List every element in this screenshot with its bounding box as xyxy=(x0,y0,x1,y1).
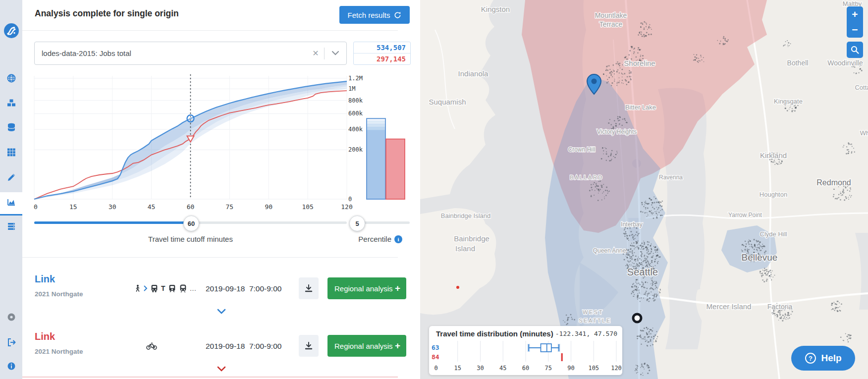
map-label: Mountlake xyxy=(595,11,627,19)
dist-x-tick: 45 xyxy=(499,365,506,372)
zoom-out-button[interactable]: − xyxy=(847,22,863,37)
x-tick-label: 45 xyxy=(148,203,156,211)
sidebar-item-globe[interactable] xyxy=(0,68,22,90)
map-label: Kingston xyxy=(481,5,510,13)
dist-x-tick: 75 xyxy=(545,365,552,372)
mode-chevron-icon xyxy=(144,285,148,291)
cutoff-value: 60 xyxy=(188,220,195,227)
map-label: BALLARD xyxy=(570,174,603,180)
y-tick-label: 0 xyxy=(348,196,352,203)
mode-bike-icon xyxy=(146,342,157,350)
header-divider xyxy=(22,30,398,31)
map-label: Woodinville xyxy=(827,59,863,67)
mode-ellipsis-icon: … xyxy=(190,284,197,292)
map-search-button[interactable] xyxy=(847,42,863,58)
total-bar xyxy=(386,139,405,199)
cutoff-slider-fill xyxy=(34,221,190,224)
section-divider xyxy=(22,257,398,258)
regional-analysis-label: Regional analysis xyxy=(334,284,393,293)
x-tick-label: 90 xyxy=(265,203,272,211)
map-label: WEST xyxy=(583,309,603,315)
svg-text:?: ? xyxy=(809,355,813,362)
map-label: Cotta xyxy=(855,84,868,91)
sidebar-item-sign-out[interactable] xyxy=(0,332,22,354)
chevron-down-icon[interactable] xyxy=(325,51,346,55)
map-label: Factoria xyxy=(767,303,793,311)
sidebar-item-info[interactable] xyxy=(0,356,22,378)
area-chart-icon xyxy=(6,197,16,209)
map-label: Redmond xyxy=(816,178,851,187)
x-tick-label: 0 xyxy=(34,203,38,211)
svg-text:i: i xyxy=(397,236,399,242)
fetch-results-label: Fetch results xyxy=(348,11,390,19)
question-icon: ? xyxy=(805,352,816,364)
map-label: Kirkland xyxy=(760,151,787,160)
link-1-title[interactable]: Link xyxy=(35,273,55,285)
destination-marker[interactable] xyxy=(633,314,641,322)
sidebar-item-database[interactable] xyxy=(0,117,22,139)
accessibility-chart: 01530456075901051201.2M1M800k600k400k200… xyxy=(22,64,420,228)
sidebar-item-conveyal-logo[interactable] xyxy=(0,21,22,43)
map-label: Kingsgate xyxy=(774,98,803,105)
regional-analysis-label: Regional analysis xyxy=(334,342,393,350)
map-label: Island xyxy=(455,244,475,253)
percentile-slider-label: Percentile xyxy=(327,235,391,243)
link-1-subtitle: 2021 Northgate xyxy=(35,290,83,298)
map-label: Terrace xyxy=(599,20,623,28)
total-comparison: 297,145 xyxy=(354,54,410,64)
plus-icon: + xyxy=(395,283,400,294)
y-tick-label: 400k xyxy=(348,126,363,133)
scenario-marker xyxy=(187,115,194,122)
link-2-regional-analysis-button[interactable]: Regional analysis + xyxy=(327,335,406,357)
sign-out-icon xyxy=(6,337,16,349)
dist-x-tick: 105 xyxy=(588,365,599,372)
total-scenario: 534,507 xyxy=(354,42,410,54)
mode-tram-icon xyxy=(168,284,176,293)
link-1-expand-chevron[interactable] xyxy=(217,307,226,316)
bar-band xyxy=(367,124,385,127)
mode-walk-icon xyxy=(134,284,141,293)
cursor-coordinates: -122.341, 47.570 xyxy=(555,330,617,337)
map[interactable]: MaltbyKingstonMountlakeTerraceBothellWoo… xyxy=(420,0,868,379)
sidebar-item-grid[interactable] xyxy=(0,142,22,164)
help-button[interactable]: ? Help xyxy=(791,346,855,371)
percentile-value: 5 xyxy=(355,220,359,227)
database-icon xyxy=(6,122,16,134)
mode-bus-icon xyxy=(150,284,159,293)
map-label: SEATTLE xyxy=(579,318,611,324)
link-2-title[interactable]: Link xyxy=(35,331,55,342)
link-2-date: 2019-09-18 7:00-9:00 xyxy=(206,342,281,351)
link-2-download-button[interactable] xyxy=(299,335,319,357)
link-2-subtitle: 2021 Northgate xyxy=(35,348,83,355)
map-label: Crown Hill xyxy=(568,146,596,153)
sidebar-item-server[interactable] xyxy=(0,217,22,238)
dist-x-tick: 30 xyxy=(477,365,484,372)
cutoff-slider-handle[interactable]: 60 xyxy=(183,216,199,231)
x-tick-label: 30 xyxy=(108,203,116,211)
destination-dataset-select[interactable]: lodes-data-2015: Jobs total ✕ xyxy=(34,42,347,65)
clear-selection-icon[interactable]: ✕ xyxy=(307,49,324,58)
download-icon xyxy=(304,341,313,350)
sidebar-item-pencil[interactable] xyxy=(0,167,22,189)
y-tick-label: 200k xyxy=(348,146,363,153)
link-1-download-button[interactable] xyxy=(299,277,319,299)
sidebar-item-disc[interactable] xyxy=(0,307,22,329)
link-1-mode-icons: T… xyxy=(134,283,197,293)
help-label: Help xyxy=(821,353,841,364)
map-label: Queen Anne xyxy=(593,247,626,254)
sidebar-item-area-chart[interactable] xyxy=(0,192,22,214)
x-tick-label: 105 xyxy=(302,203,313,211)
cutoff-slider-label: Travel time cutoff minutes xyxy=(34,235,347,243)
dist-x-tick: 15 xyxy=(454,365,461,372)
zoom-in-button[interactable]: + xyxy=(847,6,863,22)
fetch-results-button[interactable]: Fetch results xyxy=(339,6,410,24)
sidebar-active-indicator xyxy=(0,214,22,216)
link-1-regional-analysis-button[interactable]: Regional analysis + xyxy=(327,277,406,299)
total-bar xyxy=(367,118,385,199)
link-2-expand-chevron[interactable] xyxy=(217,365,226,374)
percentile-slider-handle[interactable]: 5 xyxy=(349,216,365,231)
sidebar-item-cubes[interactable] xyxy=(0,93,22,115)
percentile-info-icon[interactable]: i xyxy=(394,235,402,245)
map-label: Bothell xyxy=(787,59,809,67)
y-tick-label: 1M xyxy=(348,85,355,92)
